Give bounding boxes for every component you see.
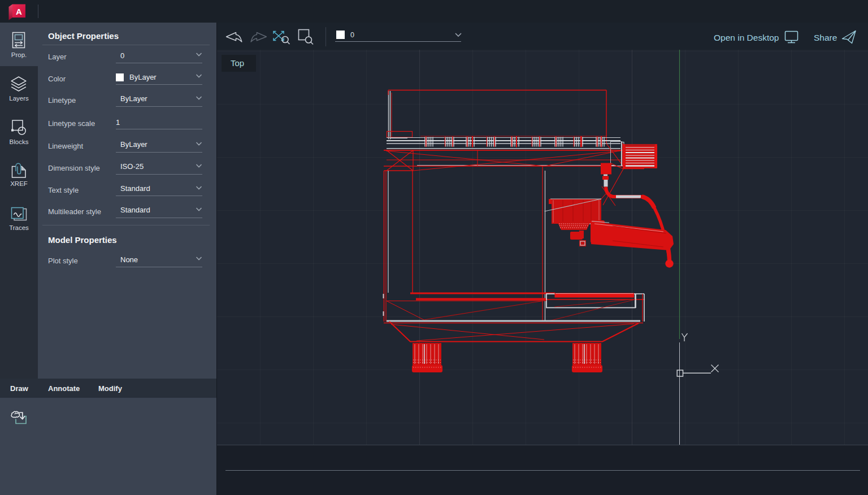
svg-text:Share: Share	[814, 33, 837, 42]
svg-text:0: 0	[350, 31, 354, 39]
svg-text:A: A	[16, 7, 22, 16]
svg-text:Open in Desktop: Open in Desktop	[714, 33, 779, 42]
